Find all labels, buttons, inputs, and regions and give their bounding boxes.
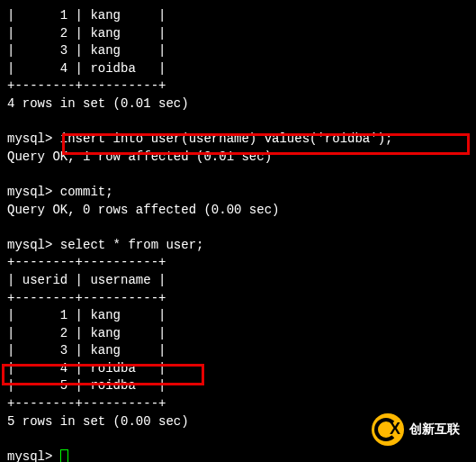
blank-line <box>7 219 469 237</box>
sql-select-command[interactable]: select * from user; <box>60 238 204 252</box>
cursor-icon <box>60 449 68 462</box>
table-border: +--------+----------+ <box>7 77 469 95</box>
mysql-prompt-line[interactable]: mysql> <box>7 448 469 462</box>
mysql-prompt: mysql> <box>7 185 60 199</box>
table-row: | 1 | kang | <box>7 7 469 25</box>
table-row: | 2 | kang | <box>7 25 469 43</box>
table-border: +--------+----------+ <box>7 290 469 308</box>
terminal-output: | 1 | kang | | 2 | kang | | 3 | kang | |… <box>7 7 469 462</box>
mysql-prompt: mysql> <box>7 131 60 146</box>
table-row: | 4 | roidba | <box>7 360 469 378</box>
table-row: | 3 | kang | <box>7 342 469 360</box>
query-result: 4 rows in set (0.01 sec) <box>7 95 469 113</box>
mysql-prompt: mysql> <box>7 238 60 252</box>
query-result: Query OK, 1 row affected (0.01 sec) <box>7 149 469 167</box>
sql-commit-command[interactable]: commit; <box>60 185 113 199</box>
table-row: | 4 | roidba | <box>7 60 469 78</box>
watermark-logo: 创新互联 <box>372 413 460 446</box>
table-border: +--------+----------+ <box>7 254 469 272</box>
table-row: | 5 | roidba | <box>7 377 469 395</box>
logo-text: 创新互联 <box>409 421 460 439</box>
table-row: | 1 | kang | <box>7 307 469 325</box>
mysql-prompt-line: mysql> commit; <box>7 184 469 202</box>
sql-insert-command[interactable]: insert into user(username) values('roidb… <box>60 131 393 146</box>
blank-line <box>7 166 469 184</box>
query-result: Query OK, 0 rows affected (0.00 sec) <box>7 202 469 220</box>
logo-icon <box>372 413 404 446</box>
table-row: | 2 | kang | <box>7 325 469 343</box>
table-row: | 3 | kang | <box>7 42 469 60</box>
mysql-prompt-line: mysql> insert into user(username) values… <box>7 131 469 149</box>
table-header: | userid | username | <box>7 272 469 290</box>
table-border: +--------+----------+ <box>7 395 469 413</box>
mysql-prompt-line: mysql> select * from user; <box>7 237 469 255</box>
mysql-prompt: mysql> <box>7 449 60 462</box>
blank-line <box>7 113 469 131</box>
